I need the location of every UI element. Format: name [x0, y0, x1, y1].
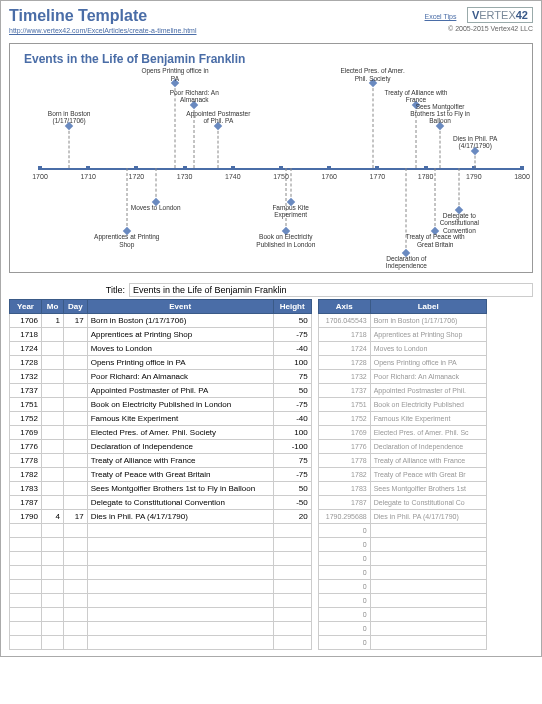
cell-height[interactable]: -75: [273, 328, 311, 342]
cell-mo[interactable]: [42, 426, 64, 440]
cell-event[interactable]: Declaration of Independence: [87, 440, 273, 454]
cell-mo[interactable]: 1: [42, 314, 64, 328]
table-row[interactable]: 1752Famous Kite Experiment-40: [10, 412, 312, 426]
cell-event[interactable]: Elected Pres. of Amer. Phil. Society: [87, 426, 273, 440]
table-row[interactable]: [10, 580, 312, 594]
cell-height[interactable]: -100: [273, 440, 311, 454]
cell-mo[interactable]: [42, 328, 64, 342]
cell-year[interactable]: 1769: [10, 426, 42, 440]
table-row[interactable]: 1706117Born in Boston (1/17/1706)50: [10, 314, 312, 328]
cell-mo[interactable]: [42, 482, 64, 496]
cell-event[interactable]: Appointed Postmaster of Phil. PA: [87, 384, 273, 398]
table-row[interactable]: [10, 608, 312, 622]
excel-tips-link[interactable]: Excel Tips: [425, 13, 457, 20]
cell-mo[interactable]: [42, 370, 64, 384]
table-row[interactable]: [10, 622, 312, 636]
table-row[interactable]: 1778Treaty of Alliance with France75: [10, 454, 312, 468]
cell-year[interactable]: 1737: [10, 384, 42, 398]
cell-day[interactable]: [64, 454, 88, 468]
cell-day[interactable]: [64, 440, 88, 454]
cell-mo[interactable]: [42, 412, 64, 426]
cell-year[interactable]: 1776: [10, 440, 42, 454]
cell-event[interactable]: Dies in Phil. PA (4/17/1790): [87, 510, 273, 524]
cell-year[interactable]: 1787: [10, 496, 42, 510]
table-row[interactable]: 1718Apprentices at Printing Shop-75: [10, 328, 312, 342]
cell-day[interactable]: [64, 468, 88, 482]
table-row[interactable]: 1751Book on Electricity Published in Lon…: [10, 398, 312, 412]
table-row[interactable]: 1782Treaty of Peace with Great Britain-7…: [10, 468, 312, 482]
table-row[interactable]: [10, 636, 312, 650]
cell-event[interactable]: Book on Electricity Published in London: [87, 398, 273, 412]
cell-height[interactable]: -40: [273, 342, 311, 356]
cell-height[interactable]: -75: [273, 398, 311, 412]
cell-year[interactable]: 1752: [10, 412, 42, 426]
table-row[interactable]: 1769Elected Pres. of Amer. Phil. Society…: [10, 426, 312, 440]
cell-event[interactable]: Treaty of Peace with Great Britain: [87, 468, 273, 482]
cell-event[interactable]: Moves to London: [87, 342, 273, 356]
cell-event[interactable]: Delegate to Constitutional Convention: [87, 496, 273, 510]
cell-day[interactable]: [64, 426, 88, 440]
cell-height[interactable]: 50: [273, 482, 311, 496]
cell-height[interactable]: 75: [273, 370, 311, 384]
cell-mo[interactable]: [42, 384, 64, 398]
cell-day[interactable]: [64, 482, 88, 496]
cell-event[interactable]: Treaty of Alliance with France: [87, 454, 273, 468]
cell-height[interactable]: -75: [273, 468, 311, 482]
cell-year[interactable]: 1778: [10, 454, 42, 468]
cell-year[interactable]: 1783: [10, 482, 42, 496]
cell-height[interactable]: -50: [273, 496, 311, 510]
cell-mo[interactable]: [42, 356, 64, 370]
cell-year[interactable]: 1724: [10, 342, 42, 356]
cell-day[interactable]: 17: [64, 510, 88, 524]
table-row[interactable]: 1776Declaration of Independence-100: [10, 440, 312, 454]
cell-height[interactable]: 100: [273, 356, 311, 370]
cell-event[interactable]: Sees Montgolfier Brothers 1st to Fly in …: [87, 482, 273, 496]
title-input-cell[interactable]: Events in the Life of Benjamin Franklin: [129, 283, 533, 297]
cell-height[interactable]: 75: [273, 454, 311, 468]
cell-year[interactable]: 1790: [10, 510, 42, 524]
cell-year[interactable]: 1782: [10, 468, 42, 482]
cell-height[interactable]: 50: [273, 314, 311, 328]
cell-height[interactable]: 50: [273, 384, 311, 398]
cell-event[interactable]: Opens Printing office in PA: [87, 356, 273, 370]
table-row[interactable]: 1732Poor Richard: An Almanack75: [10, 370, 312, 384]
cell-day[interactable]: [64, 342, 88, 356]
table-row[interactable]: 1790417Dies in Phil. PA (4/17/1790)20: [10, 510, 312, 524]
cell-day[interactable]: [64, 496, 88, 510]
cell-day[interactable]: 17: [64, 314, 88, 328]
events-table[interactable]: Year Mo Day Event Height 1706117Born in …: [9, 299, 312, 650]
cell-day[interactable]: [64, 356, 88, 370]
cell-day[interactable]: [64, 412, 88, 426]
timeline-chart[interactable]: Events in the Life of Benjamin Franklin …: [9, 43, 533, 273]
cell-day[interactable]: [64, 370, 88, 384]
cell-height[interactable]: 100: [273, 426, 311, 440]
cell-mo[interactable]: [42, 496, 64, 510]
cell-year[interactable]: 1751: [10, 398, 42, 412]
cell-year[interactable]: 1728: [10, 356, 42, 370]
cell-mo[interactable]: [42, 398, 64, 412]
cell-year[interactable]: 1706: [10, 314, 42, 328]
table-row[interactable]: 1724Moves to London-40: [10, 342, 312, 356]
table-row[interactable]: [10, 552, 312, 566]
cell-height[interactable]: 20: [273, 510, 311, 524]
table-row[interactable]: 1783Sees Montgolfier Brothers 1st to Fly…: [10, 482, 312, 496]
cell-year[interactable]: 1718: [10, 328, 42, 342]
cell-mo[interactable]: [42, 440, 64, 454]
cell-event[interactable]: Apprentices at Printing Shop: [87, 328, 273, 342]
table-row[interactable]: [10, 524, 312, 538]
cell-day[interactable]: [64, 384, 88, 398]
cell-mo[interactable]: [42, 454, 64, 468]
table-row[interactable]: 1728Opens Printing office in PA100: [10, 356, 312, 370]
cell-day[interactable]: [64, 328, 88, 342]
table-row[interactable]: [10, 538, 312, 552]
table-row[interactable]: [10, 594, 312, 608]
table-row[interactable]: 1787Delegate to Constitutional Conventio…: [10, 496, 312, 510]
cell-mo[interactable]: 4: [42, 510, 64, 524]
cell-day[interactable]: [64, 398, 88, 412]
cell-height[interactable]: -40: [273, 412, 311, 426]
cell-year[interactable]: 1732: [10, 370, 42, 384]
cell-event[interactable]: Famous Kite Experiment: [87, 412, 273, 426]
table-row[interactable]: 1737Appointed Postmaster of Phil. PA50: [10, 384, 312, 398]
cell-event[interactable]: Poor Richard: An Almanack: [87, 370, 273, 384]
cell-event[interactable]: Born in Boston (1/17/1706): [87, 314, 273, 328]
